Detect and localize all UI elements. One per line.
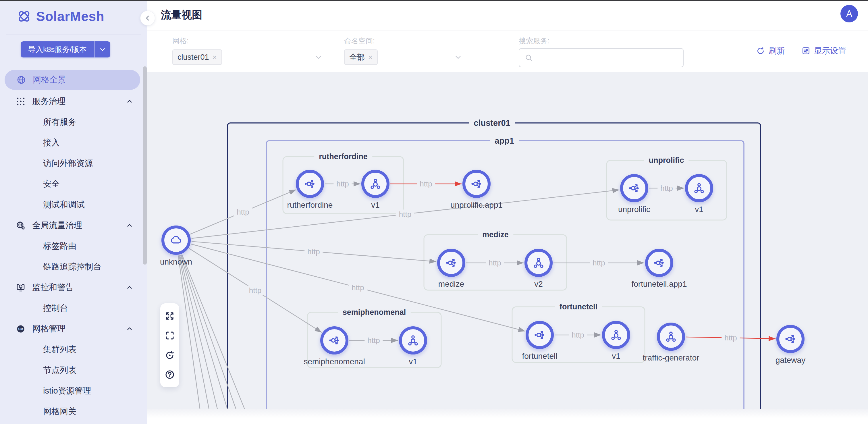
avatar[interactable]: A	[840, 5, 858, 22]
sidebar-scrollbar[interactable]	[143, 66, 147, 265]
sidebar-divider	[6, 34, 141, 34]
help-icon[interactable]	[163, 368, 176, 381]
import-k8s-button[interactable]: 导入k8s服务/版本	[21, 41, 110, 57]
chevron-up-icon[interactable]	[126, 222, 133, 229]
edge-unknown-rutherfordine_svc	[190, 190, 296, 234]
remove-icon[interactable]: ×	[368, 53, 373, 62]
avatar-initial: A	[846, 9, 852, 19]
sidebar-item-集群列表[interactable]: 集群列表	[0, 339, 147, 360]
topology-canvas[interactable]: cluster01app1rutherfordineunprolificmedi…	[147, 71, 868, 409]
node-fortunetell_app1[interactable]	[647, 250, 672, 275]
sidebar-item-网格管理[interactable]: SM网格管理	[0, 319, 147, 339]
service-governance-icon	[16, 96, 26, 107]
reset-view-icon[interactable]	[163, 349, 176, 362]
logo: SolarMesh	[17, 9, 104, 24]
sidebar-item-节点列表[interactable]: 节点列表	[0, 360, 147, 381]
sidebar-item-接入[interactable]: 接入	[0, 132, 147, 153]
sidebar-item-网格网关[interactable]: 网格网关	[0, 401, 147, 422]
node-fortunetell_svc[interactable]	[527, 322, 552, 347]
sidebar-item-服务治理[interactable]: 服务治理	[0, 91, 147, 112]
chevron-left-icon	[144, 14, 152, 22]
chevron-up-icon[interactable]	[126, 98, 133, 105]
node-medize_v2[interactable]	[526, 250, 551, 275]
refresh-label: 刷新	[769, 46, 785, 56]
remove-icon[interactable]: ×	[213, 53, 217, 62]
edge-arrowhead	[391, 338, 398, 343]
node-rutherfordine_svc[interactable]	[297, 171, 322, 196]
node-unprolific_svc[interactable]	[622, 176, 647, 201]
sidebar-item-所有服务[interactable]: 所有服务	[0, 112, 147, 132]
fit-view-icon[interactable]	[163, 329, 176, 342]
globe-icon	[16, 75, 26, 85]
sidebar-item-istio资源管理[interactable]: istio资源管理	[0, 381, 147, 401]
node-semiphenomenal_svc[interactable]	[322, 328, 347, 353]
sidebar-item-访问外部资源[interactable]: 访问外部资源	[0, 153, 147, 174]
sidebar-item-链路追踪控制台[interactable]: 链路追踪控制台	[0, 256, 147, 277]
global-traffic-icon	[16, 220, 26, 231]
import-k8s-button-label[interactable]: 导入k8s服务/版本	[21, 41, 95, 57]
chevron-up-icon[interactable]	[126, 325, 133, 333]
edge-traffic_generator-gateway	[686, 337, 776, 339]
sidebar-item-全局流量治理[interactable]: 全局流量治理	[0, 215, 147, 236]
sidebar-subitem-label: 控制台	[43, 302, 68, 314]
edge-unknown-offscreen	[182, 254, 265, 409]
node-medize_svc[interactable]	[439, 250, 464, 275]
sidebar-subitem-label: 所有服务	[43, 116, 76, 128]
mesh-management-icon: SM	[16, 324, 26, 334]
header	[147, 1, 868, 30]
edge-arrowhead	[314, 327, 322, 332]
sidebar-item-标签路由[interactable]: 标签路由	[0, 236, 147, 256]
canvas-toolbar	[160, 303, 179, 387]
edge-unknown-offscreen	[181, 255, 254, 409]
sidebar-item-网格全景[interactable]: 网格全景	[5, 70, 140, 90]
search-icon	[525, 54, 533, 62]
sidebar-subitem-label: 安全	[43, 178, 60, 190]
display-settings-button[interactable]: 显示设置	[801, 46, 846, 56]
window-top-edge	[0, 0, 868, 1]
sidebar-subitem-label: 接入	[43, 137, 60, 149]
mesh-select-chevron-down-icon[interactable]	[314, 53, 323, 61]
sidebar-item-监控和警告[interactable]: 监控和警告	[0, 277, 147, 298]
display-settings-label: 显示设置	[814, 46, 846, 56]
node-unprolific_app1[interactable]	[464, 171, 489, 196]
refresh-button[interactable]: 刷新	[756, 46, 785, 56]
app-title: SolarMesh	[36, 9, 104, 24]
sidebar-item-安全[interactable]: 安全	[0, 174, 147, 194]
group-box-cluster01[interactable]	[227, 123, 761, 409]
node-unprolific_v1[interactable]	[686, 176, 712, 201]
edge-arrowhead	[594, 332, 601, 337]
node-unknown[interactable]	[163, 227, 189, 253]
chevron-up-icon[interactable]	[126, 284, 133, 291]
search-input[interactable]	[536, 50, 683, 65]
filter-bar: 网格: 命名空间: 搜索服务: cluster01 × 全部 ×	[147, 30, 868, 72]
edge-arrowhead	[353, 181, 361, 186]
node-rutherfordine_v1[interactable]	[363, 171, 388, 196]
refresh-icon	[756, 46, 765, 55]
node-fortunetell_v1[interactable]	[603, 322, 629, 347]
sidebar-item-控制台[interactable]: 控制台	[0, 298, 147, 319]
sidebar: SolarMesh 导入k8s服务/版本 网格全景服务治理所有服务接入访问外部资…	[0, 0, 147, 424]
group-box-app1[interactable]	[266, 141, 744, 409]
fullscreen-icon[interactable]	[163, 309, 176, 323]
node-semiphenomenal_v1[interactable]	[400, 328, 426, 353]
sidebar-item-测试和调试[interactable]: 测试和调试	[0, 194, 147, 215]
svg-text:SM: SM	[19, 327, 23, 331]
chevron-down-icon[interactable]	[95, 41, 110, 57]
sidebar-subitem-label: 测试和调试	[43, 199, 85, 211]
namespace-select-chevron-down-icon[interactable]	[454, 53, 462, 61]
edge-unknown-medize_svc	[192, 241, 436, 262]
mesh-filter-chip[interactable]: cluster01 ×	[172, 50, 222, 65]
search-service-box[interactable]	[519, 48, 684, 67]
sidebar-item-label: 网格全景	[33, 74, 66, 86]
solarmesh-app: SolarMesh 导入k8s服务/版本 网格全景服务治理所有服务接入访问外部资…	[0, 0, 868, 424]
sidebar-collapse-button[interactable]	[140, 11, 155, 26]
search-filter-label: 搜索服务:	[519, 36, 550, 46]
node-gateway[interactable]	[778, 326, 803, 352]
node-traffic_generator[interactable]	[658, 324, 684, 349]
namespace-filter-chip[interactable]: 全部 ×	[344, 50, 378, 65]
edge-arrowhead	[677, 186, 684, 191]
edge-arrowhead	[429, 259, 437, 264]
edge-unknown-offscreen	[178, 255, 207, 409]
edge-arrowhead	[518, 327, 525, 332]
edge-arrowhead	[769, 336, 776, 341]
